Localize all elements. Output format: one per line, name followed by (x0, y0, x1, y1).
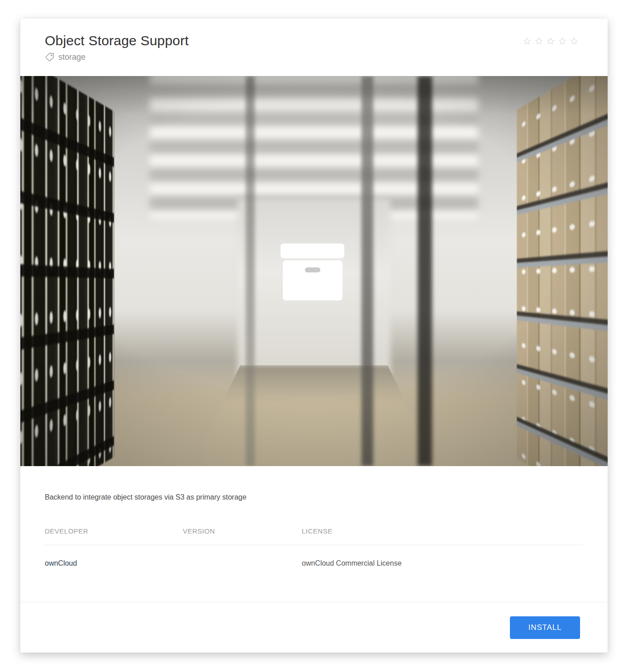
star-icon[interactable] (558, 37, 567, 46)
star-icon[interactable] (570, 37, 579, 46)
table-header-row: DEVELOPER VERSION LICENSE (45, 527, 583, 545)
details-table: DEVELOPER VERSION LICENSE ownCloud ownCl… (45, 527, 583, 602)
hero-image (20, 76, 608, 466)
app-description: Backend to integrate object storages via… (45, 492, 583, 502)
column-header-developer: DEVELOPER (45, 527, 183, 545)
tag-icon (45, 52, 54, 62)
star-icon[interactable] (534, 37, 543, 46)
star-icon[interactable] (523, 37, 532, 46)
content-section: Backend to integrate object storages via… (20, 492, 608, 602)
rating-stars (523, 37, 579, 46)
version-value (183, 545, 302, 602)
archive-box-body (283, 260, 343, 300)
category-tag-label: storage (58, 52, 86, 62)
table-row: ownCloud ownCloud Commercial License (45, 545, 583, 602)
category-tag[interactable]: storage (45, 52, 189, 62)
card-footer: INSTALL (20, 602, 608, 653)
archive-box-icon (281, 243, 344, 300)
developer-value[interactable]: ownCloud (45, 545, 183, 602)
archive-box-lid (281, 243, 344, 258)
install-button[interactable]: INSTALL (510, 616, 580, 639)
column-header-license: LICENSE (302, 527, 583, 545)
archive-box-handle (305, 267, 320, 272)
page-title: Object Storage Support (45, 33, 189, 48)
card-header: Object Storage Support storage (20, 19, 608, 76)
license-value: ownCloud Commercial License (302, 545, 583, 602)
app-detail-card: Object Storage Support storage (20, 19, 608, 653)
column-header-version: VERSION (183, 527, 302, 545)
star-icon[interactable] (546, 37, 555, 46)
header-left: Object Storage Support storage (45, 33, 189, 62)
